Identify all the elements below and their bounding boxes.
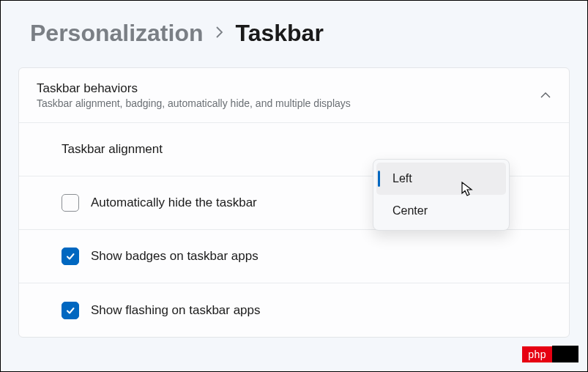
- panel-header-text: Taskbar behaviors Taskbar alignment, bad…: [37, 81, 351, 109]
- checkbox-group-auto-hide: Automatically hide the taskbar: [62, 194, 257, 212]
- row-label-auto-hide: Automatically hide the taskbar: [91, 196, 257, 210]
- checkbox-badges[interactable]: [62, 248, 79, 265]
- row-label-alignment: Taskbar alignment: [62, 142, 163, 157]
- watermark: php: [522, 346, 578, 362]
- alignment-dropdown: Left Center: [373, 159, 510, 231]
- row-label-badges: Show badges on taskbar apps: [91, 249, 258, 264]
- breadcrumb-parent[interactable]: Personalization: [30, 20, 204, 47]
- checkbox-flashing[interactable]: [62, 302, 79, 319]
- watermark-text: php: [522, 346, 552, 362]
- dropdown-option-left-label: Left: [392, 172, 412, 185]
- breadcrumb-current: Taskbar: [236, 20, 324, 47]
- watermark-badge: [552, 346, 578, 362]
- checkbox-group-badges: Show badges on taskbar apps: [62, 248, 258, 265]
- row-flashing[interactable]: Show flashing on taskbar apps: [19, 283, 569, 337]
- checkbox-group-flashing: Show flashing on taskbar apps: [62, 302, 261, 319]
- panel-title: Taskbar behaviors: [37, 81, 351, 96]
- breadcrumb: Personalization Taskbar: [1, 1, 587, 62]
- row-label-flashing: Show flashing on taskbar apps: [91, 303, 261, 318]
- dropdown-option-center[interactable]: Center: [376, 195, 506, 227]
- panel-header[interactable]: Taskbar behaviors Taskbar alignment, bad…: [19, 68, 569, 123]
- row-badges[interactable]: Show badges on taskbar apps: [19, 230, 569, 283]
- panel-subtitle: Taskbar alignment, badging, automaticall…: [37, 97, 351, 109]
- checkbox-auto-hide[interactable]: [62, 194, 79, 212]
- chevron-up-icon: [540, 89, 551, 102]
- dropdown-option-left[interactable]: Left: [376, 163, 506, 195]
- dropdown-option-center-label: Center: [392, 204, 428, 217]
- chevron-right-icon: [215, 24, 224, 43]
